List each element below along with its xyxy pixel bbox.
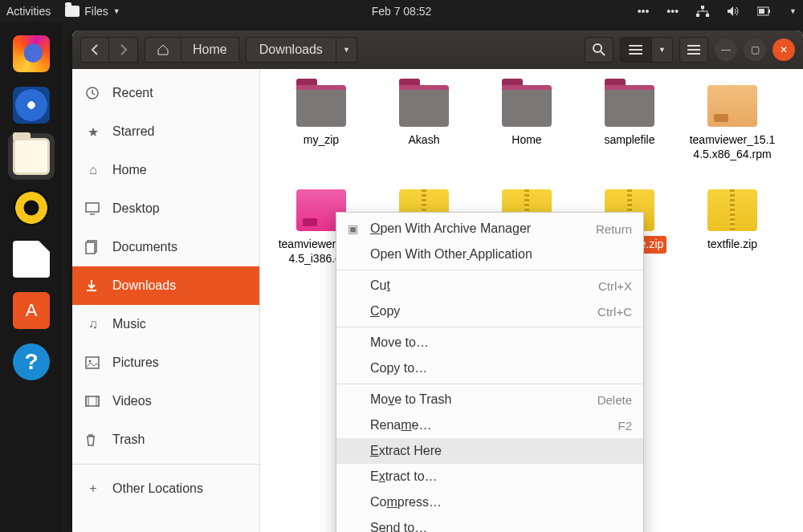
search-button[interactable] bbox=[585, 37, 613, 63]
forward-button[interactable] bbox=[109, 37, 138, 63]
sidebar-item-starred[interactable]: ★Starred bbox=[72, 112, 259, 151]
chevron-down-icon: ▼ bbox=[658, 46, 666, 54]
path-dropdown[interactable]: ▼ bbox=[336, 37, 357, 63]
sidebar-item-recent[interactable]: Recent bbox=[72, 74, 259, 112]
file-label: Home bbox=[508, 132, 544, 149]
close-button[interactable]: ✕ bbox=[772, 39, 795, 61]
menu-item-copy-to[interactable]: Copy to… bbox=[336, 355, 643, 381]
path-downloads[interactable]: Downloads bbox=[246, 37, 336, 63]
sidebar-item-label: Videos bbox=[112, 394, 152, 408]
sidebar-item-music[interactable]: ♫Music bbox=[72, 305, 259, 343]
svg-rect-2 bbox=[706, 14, 709, 17]
path-home[interactable]: Home bbox=[181, 37, 239, 63]
system-menu-chevron-icon[interactable]: ▼ bbox=[789, 7, 797, 15]
svg-point-6 bbox=[593, 44, 601, 52]
documents-icon bbox=[85, 240, 101, 254]
file-item[interactable]: samplefile bbox=[578, 82, 681, 186]
menu-item-extract-here[interactable]: Extract Here bbox=[336, 438, 643, 464]
battery-icon[interactable] bbox=[757, 6, 772, 16]
files-icon bbox=[65, 6, 79, 17]
menu-item-move-to[interactable]: Move to… bbox=[336, 330, 643, 355]
clock[interactable]: Feb 7 08:52 bbox=[372, 5, 432, 18]
app-menu-label: Files bbox=[84, 5, 108, 18]
minimize-button[interactable]: — bbox=[715, 39, 737, 61]
volume-icon[interactable] bbox=[727, 6, 740, 17]
menu-item-label: Open With Archive Manager bbox=[370, 221, 596, 236]
menu-item-move-to-trash[interactable]: Move to TrashDelete bbox=[336, 387, 643, 412]
file-item[interactable]: my_zip bbox=[270, 82, 373, 186]
hamburger-menu[interactable] bbox=[679, 37, 708, 63]
zip-icon bbox=[707, 189, 757, 231]
menu-item-label: Copy to… bbox=[370, 361, 632, 376]
menu-shortcut: Ctrl+X bbox=[598, 279, 632, 293]
dock-files[interactable] bbox=[8, 133, 55, 180]
menu-item-label: Open With Other Application bbox=[370, 247, 632, 262]
back-button[interactable] bbox=[80, 37, 109, 63]
menu-item-copy[interactable]: CopyCtrl+C bbox=[336, 298, 643, 324]
downloads-icon bbox=[85, 279, 101, 292]
sidebar-item-documents[interactable]: Documents bbox=[72, 228, 259, 266]
menu-item-compress[interactable]: Compress… bbox=[336, 489, 643, 515]
pictures-icon bbox=[85, 356, 101, 369]
folder-icon bbox=[296, 85, 346, 127]
menu-shortcut: Delete bbox=[597, 393, 632, 407]
menu-item-open-with-archive-manager[interactable]: ▣Open With Archive ManagerReturn bbox=[336, 216, 643, 242]
plus-icon: + bbox=[85, 481, 101, 496]
svg-point-7 bbox=[629, 45, 630, 47]
menu-item-rename[interactable]: Rename…F2 bbox=[336, 412, 643, 438]
network-icon[interactable] bbox=[696, 6, 709, 17]
archive-icon: ▣ bbox=[348, 222, 364, 235]
dock-software[interactable]: A bbox=[8, 287, 55, 334]
file-item[interactable]: teamviewer_15.14.5.x86_64.rpm bbox=[681, 82, 784, 186]
sidebar-item-desktop[interactable]: Desktop bbox=[72, 189, 259, 228]
more-icon-2[interactable]: ••• bbox=[666, 5, 679, 18]
file-item[interactable]: Akash bbox=[373, 82, 475, 186]
thunderbird-icon bbox=[13, 87, 50, 124]
svg-point-15 bbox=[89, 360, 92, 363]
sidebar-item-other-locations[interactable]: +Other Locations bbox=[72, 469, 259, 508]
app-menu[interactable]: Files ▼ bbox=[65, 5, 120, 18]
folder-icon bbox=[605, 85, 654, 127]
sidebar-item-trash[interactable]: Trash bbox=[72, 420, 259, 459]
sidebar-item-downloads[interactable]: Downloads bbox=[72, 266, 259, 305]
menu-item-label: Copy bbox=[370, 304, 597, 319]
trash-icon bbox=[85, 433, 101, 446]
view-dropdown[interactable]: ▼ bbox=[652, 37, 673, 63]
files-icon bbox=[13, 138, 50, 175]
menu-separator bbox=[336, 384, 643, 384]
svg-rect-11 bbox=[86, 203, 99, 212]
sidebar-item-videos[interactable]: Videos bbox=[72, 382, 259, 420]
view-list-button[interactable] bbox=[620, 37, 652, 63]
desktop-icon bbox=[85, 202, 101, 215]
maximize-button[interactable]: ▢ bbox=[744, 39, 766, 61]
activities-button[interactable]: Activities bbox=[6, 5, 51, 18]
more-icon[interactable]: ••• bbox=[638, 5, 650, 18]
menu-item-open-with-other-application[interactable]: Open With Other Application bbox=[336, 242, 643, 267]
sidebar-item-label: Home bbox=[112, 163, 147, 177]
svg-point-9 bbox=[629, 53, 630, 55]
sidebar-item-pictures[interactable]: Pictures bbox=[72, 343, 259, 382]
sidebar-item-home[interactable]: ⌂Home bbox=[72, 151, 259, 189]
menu-item-send-to[interactable]: Send to… bbox=[336, 515, 643, 532]
dock-thunderbird[interactable] bbox=[8, 82, 55, 128]
sidebar-item-label: Recent bbox=[112, 86, 153, 100]
file-item[interactable]: Home bbox=[475, 82, 578, 186]
home-icon: ⌂ bbox=[85, 163, 101, 177]
svg-rect-1 bbox=[696, 14, 699, 17]
dock-rhythmbox[interactable] bbox=[8, 185, 55, 231]
menu-separator bbox=[336, 327, 643, 327]
menu-item-label: Rename… bbox=[370, 418, 618, 433]
sidebar-item-label: Pictures bbox=[112, 355, 159, 370]
file-item[interactable]: textfile.zip bbox=[681, 186, 784, 290]
menu-item-extract-to[interactable]: Extract to… bbox=[336, 464, 643, 489]
rpm-icon bbox=[707, 85, 757, 127]
path-home-icon[interactable] bbox=[145, 37, 181, 63]
menu-shortcut: Ctrl+C bbox=[597, 305, 632, 319]
dock-firefox[interactable] bbox=[8, 30, 55, 77]
sidebar-item-label: Desktop bbox=[112, 201, 160, 216]
dock-help[interactable]: ? bbox=[8, 339, 55, 385]
svg-rect-16 bbox=[86, 396, 99, 406]
folder-icon bbox=[502, 85, 552, 127]
dock-libreoffice[interactable] bbox=[8, 236, 55, 282]
menu-item-cut[interactable]: CutCtrl+X bbox=[336, 273, 643, 298]
